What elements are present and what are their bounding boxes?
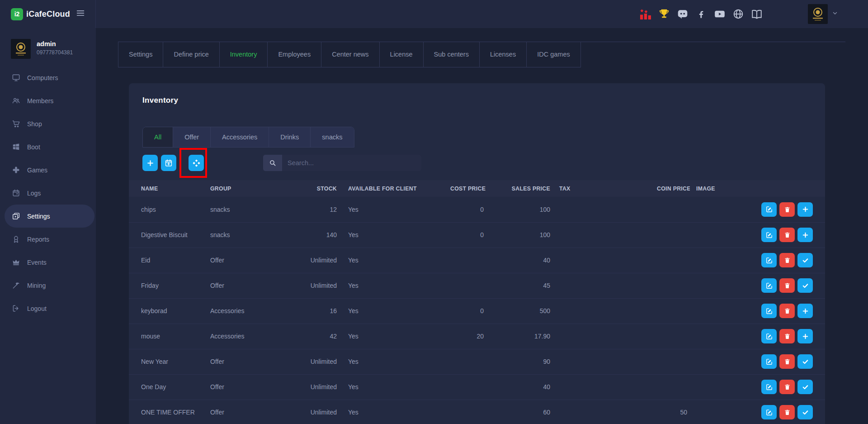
search-box bbox=[263, 155, 421, 171]
confirm-offer-button[interactable] bbox=[797, 253, 813, 267]
delete-item-button[interactable] bbox=[779, 304, 795, 318]
trophy-icon[interactable] bbox=[658, 8, 670, 20]
sidebar-item-mining[interactable]: Mining bbox=[0, 274, 96, 297]
tab-settings[interactable]: Settings bbox=[118, 42, 163, 67]
item-coin-price bbox=[657, 349, 690, 374]
facebook-icon[interactable] bbox=[695, 8, 707, 20]
settings-icon bbox=[12, 212, 20, 220]
sidebar-item-shop[interactable]: Shop bbox=[0, 112, 96, 135]
sidebar-item-events[interactable]: Events bbox=[0, 251, 96, 274]
delete-item-button[interactable] bbox=[779, 278, 795, 293]
confirm-offer-button[interactable] bbox=[797, 405, 813, 419]
group-tab-drinks[interactable]: Drinks bbox=[269, 127, 310, 147]
item-image bbox=[690, 273, 760, 298]
search-input[interactable] bbox=[282, 155, 421, 171]
tab-define-price[interactable]: Define price bbox=[163, 42, 219, 67]
games-icon bbox=[12, 166, 20, 174]
edit-item-button[interactable] bbox=[761, 253, 777, 267]
topbar-icons bbox=[640, 8, 763, 20]
row-actions bbox=[760, 222, 825, 248]
column-header-group: GROUP bbox=[203, 180, 258, 197]
item-available: Yes bbox=[337, 298, 450, 324]
edit-item-button[interactable] bbox=[761, 202, 777, 217]
item-coin-price bbox=[657, 197, 690, 222]
discord-icon[interactable] bbox=[677, 8, 689, 20]
delete-item-button[interactable] bbox=[779, 228, 795, 242]
item-coin-price bbox=[657, 374, 690, 400]
confirm-offer-button[interactable] bbox=[797, 278, 813, 293]
tab-employees[interactable]: Employees bbox=[268, 42, 321, 67]
edit-item-button[interactable] bbox=[761, 329, 777, 343]
inventory-table: NAMEGROUPSTOCKAVAILABLE FOR CLIENTCOST P… bbox=[129, 180, 825, 424]
item-name: ONE TIME OFFER bbox=[129, 400, 203, 424]
tab-sub-centers[interactable]: Sub centers bbox=[424, 42, 480, 67]
item-image bbox=[690, 400, 760, 424]
reports-icon bbox=[12, 235, 20, 243]
add-by-date-button[interactable] bbox=[161, 155, 176, 171]
sidebar-nav: Computers Members Shop Boot Games Logs S… bbox=[0, 66, 96, 320]
sidebar-item-label: Events bbox=[27, 259, 47, 266]
hamburger-menu-icon[interactable] bbox=[75, 8, 85, 20]
sidebar: admin 097778704381 Computers Members Sho… bbox=[0, 28, 96, 424]
edit-item-button[interactable] bbox=[761, 278, 777, 293]
manual-icon[interactable] bbox=[751, 8, 763, 20]
delete-item-button[interactable] bbox=[779, 329, 795, 343]
ranking-icon[interactable] bbox=[640, 8, 651, 20]
sidebar-item-reports[interactable]: Reports bbox=[0, 228, 96, 251]
row-actions bbox=[760, 273, 825, 298]
confirm-offer-button[interactable] bbox=[797, 354, 813, 369]
add-stock-button[interactable] bbox=[797, 228, 813, 242]
account-menu[interactable] bbox=[808, 4, 838, 24]
edit-item-button[interactable] bbox=[761, 405, 777, 419]
group-tab-accessories[interactable]: Accessories bbox=[210, 127, 269, 147]
sidebar-item-computers[interactable]: Computers bbox=[0, 66, 96, 89]
tab-idc-games[interactable]: IDC games bbox=[527, 42, 581, 67]
sidebar-item-logs[interactable]: Logs bbox=[0, 181, 96, 205]
confirm-offer-button[interactable] bbox=[797, 380, 813, 394]
add-stock-button[interactable] bbox=[797, 304, 813, 318]
logs-icon bbox=[12, 189, 20, 197]
group-tab-all[interactable]: All bbox=[143, 127, 173, 147]
edit-item-button[interactable] bbox=[761, 380, 777, 394]
toolbar bbox=[142, 155, 811, 171]
sidebar-item-label: Reports bbox=[27, 236, 49, 243]
add-stock-button[interactable] bbox=[797, 202, 813, 217]
search-icon bbox=[263, 155, 282, 171]
tab-license[interactable]: License bbox=[380, 42, 424, 67]
delete-item-button[interactable] bbox=[779, 380, 795, 394]
item-groups-button[interactable] bbox=[189, 155, 204, 171]
edit-item-button[interactable] bbox=[761, 304, 777, 318]
group-tab-snacks[interactable]: snacks bbox=[310, 127, 354, 147]
delete-item-button[interactable] bbox=[779, 202, 795, 217]
tab-inventory[interactable]: Inventory bbox=[220, 42, 268, 67]
sidebar-item-boot[interactable]: Boot bbox=[0, 135, 96, 158]
add-item-button[interactable] bbox=[142, 155, 158, 171]
group-tabs: AllOfferAccessoriesDrinkssnacks bbox=[142, 127, 354, 148]
item-sales-price: 100 bbox=[486, 197, 553, 222]
item-image bbox=[690, 248, 760, 273]
sidebar-item-label: Shop bbox=[27, 120, 42, 128]
sidebar-item-members[interactable]: Members bbox=[0, 89, 96, 112]
item-stock: Unlimited bbox=[258, 400, 337, 424]
delete-item-button[interactable] bbox=[779, 354, 795, 369]
add-stock-button[interactable] bbox=[797, 329, 813, 343]
tab-licenses[interactable]: Licenses bbox=[480, 42, 527, 67]
column-header-image: IMAGE bbox=[690, 180, 760, 197]
sidebar-item-logout[interactable]: Logout bbox=[0, 297, 96, 320]
column-header-cost-price: COST PRICE bbox=[450, 180, 486, 197]
sidebar-item-settings[interactable]: Settings bbox=[5, 205, 94, 228]
delete-item-button[interactable] bbox=[779, 253, 795, 267]
youtube-icon[interactable] bbox=[714, 8, 726, 20]
edit-item-button[interactable] bbox=[761, 354, 777, 369]
globe-icon[interactable] bbox=[732, 8, 744, 20]
group-tab-offer[interactable]: Offer bbox=[173, 127, 210, 147]
table-header-row: NAMEGROUPSTOCKAVAILABLE FOR CLIENTCOST P… bbox=[129, 180, 825, 197]
edit-item-button[interactable] bbox=[761, 228, 777, 242]
brand-logo-icon: i2 bbox=[11, 8, 23, 20]
delete-item-button[interactable] bbox=[779, 405, 795, 419]
item-cost-price bbox=[450, 374, 486, 400]
item-available: Yes bbox=[337, 273, 450, 298]
sidebar-item-games[interactable]: Games bbox=[0, 158, 96, 181]
item-image bbox=[690, 324, 760, 349]
tab-center-news[interactable]: Center news bbox=[321, 42, 379, 67]
